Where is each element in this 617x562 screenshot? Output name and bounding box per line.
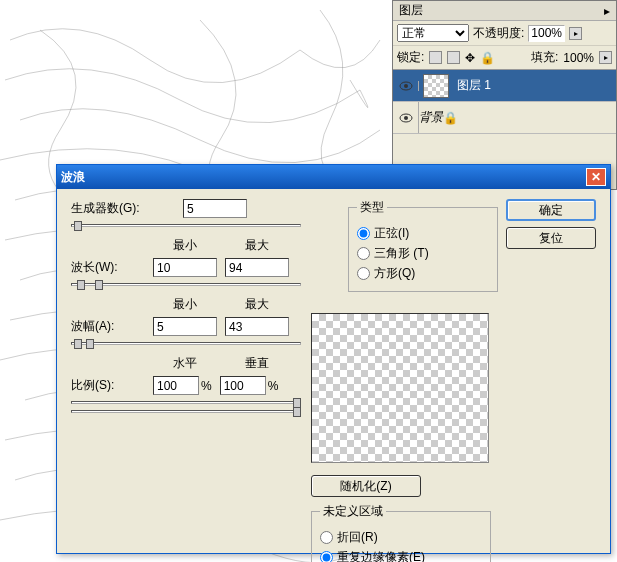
opacity-input[interactable]: 100%: [528, 25, 565, 42]
opacity-arrow-icon[interactable]: ▸: [569, 27, 582, 40]
undef-legend: 未定义区域: [320, 503, 386, 520]
svg-point-1: [404, 84, 408, 88]
wavelength-slider[interactable]: [71, 283, 301, 286]
scale-h-slider[interactable]: [71, 401, 301, 404]
layer-item-1[interactable]: 图层 1: [393, 70, 616, 102]
wavelength-max-input[interactable]: 94: [225, 258, 289, 277]
amplitude-slider[interactable]: [71, 342, 301, 345]
type-triangle-radio[interactable]: 三角形 (T): [357, 245, 489, 262]
titlebar[interactable]: 波浪 ✕: [57, 165, 610, 189]
panel-menu-icon[interactable]: ▸: [604, 4, 610, 18]
amplitude-min-input[interactable]: 5: [153, 317, 217, 336]
generators-slider[interactable]: [71, 224, 301, 227]
generators-input[interactable]: 5: [183, 199, 247, 218]
lock-move-icon[interactable]: ✥: [465, 51, 475, 65]
fill-input[interactable]: 100%: [563, 51, 594, 65]
amplitude-max-input[interactable]: 43: [225, 317, 289, 336]
layers-panel: 图层▸ 正常 不透明度: 100% ▸ 锁定: ✥ 🔒 填充: 100% ▸ 图…: [392, 0, 617, 190]
min-header: 最小: [153, 237, 217, 254]
wavelength-min-input[interactable]: 10: [153, 258, 217, 277]
svg-point-3: [404, 116, 408, 120]
type-square-radio[interactable]: 方形(Q): [357, 265, 489, 282]
reset-button[interactable]: 复位: [506, 227, 596, 249]
lock-all-icon[interactable]: 🔒: [480, 51, 495, 65]
lock-transparency-icon[interactable]: [429, 51, 442, 64]
close-button[interactable]: ✕: [586, 168, 606, 186]
type-legend: 类型: [357, 199, 387, 216]
undef-repeat-radio[interactable]: 重复边缘像素(E): [320, 549, 482, 562]
visibility-toggle[interactable]: [393, 81, 419, 91]
layer-item-background[interactable]: 背景 🔒: [393, 102, 616, 134]
dialog-title: 波浪: [61, 169, 85, 186]
lock-paint-icon[interactable]: [447, 51, 460, 64]
layers-tab[interactable]: 图层▸: [393, 1, 616, 21]
randomize-button[interactable]: 随机化(Z): [311, 475, 421, 497]
layer-name: 背景: [419, 109, 443, 126]
undef-wrap-radio[interactable]: 折回(R): [320, 529, 482, 546]
scale-v-input[interactable]: 100: [220, 376, 266, 395]
type-sine-radio[interactable]: 正弦(I): [357, 225, 489, 242]
scale-label: 比例(S):: [71, 377, 153, 394]
blend-mode-select[interactable]: 正常: [397, 24, 469, 42]
layer-thumbnail[interactable]: [423, 74, 449, 98]
wave-dialog: 波浪 ✕ 生成器数(G): 5 最小 最大 波长(W): 10 94: [56, 164, 611, 554]
wavelength-label: 波长(W):: [71, 259, 153, 276]
scale-v-slider[interactable]: [71, 410, 301, 413]
amplitude-label: 波幅(A):: [71, 318, 153, 335]
layer-list: 图层 1 背景 🔒: [393, 70, 616, 134]
opacity-label: 不透明度:: [473, 25, 524, 42]
fill-label: 填充:: [531, 49, 558, 66]
max-header: 最大: [225, 237, 289, 254]
vert-header: 垂直: [225, 355, 289, 372]
generators-label: 生成器数(G):: [71, 200, 153, 217]
min-header-2: 最小: [153, 296, 217, 313]
undefined-area-group: 未定义区域 折回(R) 重复边缘像素(E): [311, 503, 491, 562]
fill-arrow-icon[interactable]: ▸: [599, 51, 612, 64]
lock-label: 锁定:: [397, 49, 424, 66]
scale-h-input[interactable]: 100: [153, 376, 199, 395]
horiz-header: 水平: [153, 355, 217, 372]
max-header-2: 最大: [225, 296, 289, 313]
lock-icon: 🔒: [443, 111, 458, 125]
visibility-toggle[interactable]: [393, 102, 419, 133]
layer-name: 图层 1: [453, 77, 616, 94]
preview-area: [311, 313, 489, 463]
type-group: 类型 正弦(I) 三角形 (T) 方形(Q): [348, 199, 498, 292]
ok-button[interactable]: 确定: [506, 199, 596, 221]
